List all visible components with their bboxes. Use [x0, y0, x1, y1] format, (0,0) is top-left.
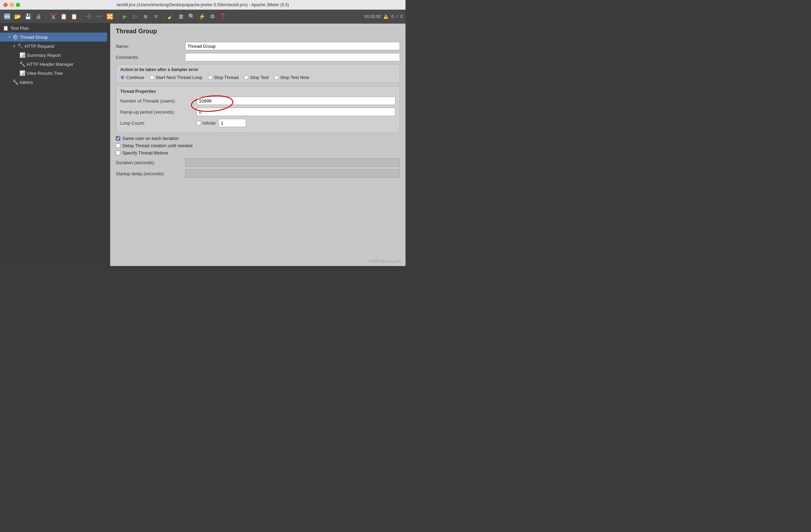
traffic-lights [3, 3, 20, 7]
infinite-checkbox[interactable] [197, 121, 201, 125]
warning-icon: ⚠️ [383, 14, 389, 19]
radio-start-next-label: Start Next Thread Loop [156, 75, 202, 80]
duration-input[interactable] [185, 158, 400, 167]
startup-delay-input[interactable] [185, 169, 400, 178]
radio-stop-test-now[interactable]: Stop Test Now [274, 75, 309, 80]
options-button[interactable]: ⚙ [208, 12, 217, 21]
run-button[interactable]: ▶ [120, 12, 129, 21]
view-results-icon: 📊 [19, 70, 25, 76]
radio-stop-test-input[interactable] [244, 75, 248, 80]
open-button[interactable]: 📂 [13, 12, 22, 21]
same-user-checkbox[interactable] [116, 136, 120, 141]
num-threads-row: Number of Threads (users): [120, 97, 395, 105]
infinite-label: Infinite [202, 121, 216, 126]
resize-handle[interactable]: ⋮ [107, 24, 110, 266]
page-title: Thread Group [116, 28, 400, 35]
radio-continue[interactable]: Continue [120, 75, 144, 80]
name-label: Name: [116, 44, 185, 49]
comments-label: Comments: [116, 55, 185, 60]
sidebar-item-tokens[interactable]: 🔧 tokens [0, 78, 107, 87]
http-header-icon: 🔧 [19, 61, 25, 67]
copy-button[interactable]: 📋 [59, 12, 68, 21]
clear-all-button[interactable]: 🗑 [177, 12, 186, 21]
toggle-button[interactable]: 🔀 [105, 12, 114, 21]
shutdown-button[interactable]: ✖ [151, 12, 160, 21]
same-user-checkbox-row[interactable]: Same user on each iteration [116, 136, 400, 141]
http-request-toggle: ▼ [12, 44, 16, 48]
summary-report-icon: 📊 [19, 52, 25, 58]
thread-group-icon: ⚙️ [12, 34, 18, 40]
specify-lifetime-label: Specify Thread lifetime [122, 150, 168, 156]
toolbar-right: 00:00:00 ⚠️ 0 / 0 [365, 14, 403, 19]
radio-stop-test-now-label: Stop Test Now [280, 75, 309, 80]
num-threads-label: Number of Threads (users): [120, 98, 197, 104]
duration-label: Duration (seconds): [116, 160, 185, 165]
new-button[interactable]: 🆕 [3, 12, 12, 21]
minimize-button[interactable] [10, 3, 14, 7]
loop-count-input[interactable] [218, 119, 246, 127]
close-button[interactable] [3, 3, 8, 7]
sidebar-item-thread-group[interactable]: ▼ ⚙️ Thread Group [0, 33, 107, 42]
sidebar-item-label-summary-report: Summary Report [27, 53, 61, 58]
delay-thread-label: Delay Thread creation until needed [122, 143, 192, 148]
test-plan-icon: 📋 [3, 25, 9, 31]
stop-button[interactable]: ⏹ [141, 12, 150, 21]
thread-properties-section: Thread Properties Number of Threads (use… [116, 86, 400, 133]
same-user-label: Same user on each iteration [122, 136, 179, 141]
radio-stop-test[interactable]: Stop Test [244, 75, 269, 80]
infinite-checkbox-label[interactable]: Infinite [197, 121, 216, 126]
sidebar-item-label-test-plan: Test Plan [10, 26, 29, 31]
sidebar-item-http-request[interactable]: ▼ 🔨 HTTP Request [0, 42, 107, 51]
sidebar-item-label-http-header: HTTP Header Manager [27, 62, 73, 67]
sidebar-item-view-results-tree[interactable]: 📊 View Results Tree [0, 69, 107, 78]
expand-button[interactable]: ➕ [85, 12, 94, 21]
paste-button[interactable]: 📋 [70, 12, 79, 21]
ramp-up-input[interactable] [197, 108, 395, 116]
help-button[interactable]: ❓ [218, 12, 227, 21]
radio-start-next[interactable]: Start Next Thread Loop [150, 75, 202, 80]
sidebar-item-summary-report[interactable]: 📊 Summary Report [0, 51, 107, 60]
sidebar-item-label-view-results: View Results Tree [27, 71, 63, 76]
save-all-button[interactable]: 🖨 [34, 12, 43, 21]
ramp-up-label: Ramp-up period (seconds): [120, 109, 197, 115]
separator-3 [117, 13, 117, 20]
clear-button[interactable]: 🧹 [166, 12, 175, 21]
titlebar: seckill.jmx (/Users/shentong/Desktop/apa… [0, 0, 406, 10]
num-threads-input[interactable] [197, 97, 395, 105]
save-button[interactable]: 💾 [24, 12, 33, 21]
content-header: Thread Group [110, 24, 406, 42]
sidebar-item-test-plan[interactable]: 📋 Test Plan [0, 24, 107, 33]
radio-stop-thread-label: Stop Thread [214, 75, 238, 80]
warnings-count: 0 [391, 14, 394, 19]
loop-count-label: Loop Count: [120, 121, 197, 126]
radio-stop-thread[interactable]: Stop Thread [208, 75, 238, 80]
sidebar-item-label-thread-group: Thread Group [20, 35, 48, 40]
watermark: CSDN @Erica_jmx [369, 259, 401, 263]
radio-stop-test-now-input[interactable] [274, 75, 279, 80]
radio-start-next-input[interactable] [150, 75, 154, 80]
search-button[interactable]: 🔍 [187, 12, 196, 21]
ramp-up-row: Ramp-up period (seconds): [120, 108, 395, 116]
delay-thread-checkbox-row[interactable]: Delay Thread creation until needed [116, 143, 400, 148]
window-title: seckill.jmx (/Users/shentong/Desktop/apa… [116, 2, 289, 7]
remote-start-button[interactable]: ⚡ [198, 12, 207, 21]
maximize-button[interactable] [16, 3, 20, 7]
collapse-button[interactable]: ➖ [95, 12, 104, 21]
main-layout: 📋 Test Plan ▼ ⚙️ Thread Group ▼ 🔨 HTTP R… [0, 24, 406, 266]
comments-input[interactable] [185, 53, 400, 61]
specify-lifetime-checkbox[interactable] [116, 151, 120, 155]
name-input[interactable] [185, 42, 400, 50]
sidebar: 📋 Test Plan ▼ ⚙️ Thread Group ▼ 🔨 HTTP R… [0, 24, 107, 266]
error-action-title: Action to be taken after a Sampler error [120, 67, 395, 72]
radio-stop-thread-input[interactable] [208, 75, 212, 80]
error-action-section: Action to be taken after a Sampler error… [116, 64, 400, 83]
startup-delay-label: Startup delay (seconds): [116, 171, 185, 176]
sidebar-item-http-header-manager[interactable]: 🔧 HTTP Header Manager [0, 60, 107, 69]
delay-thread-checkbox[interactable] [116, 143, 120, 148]
radio-continue-input[interactable] [120, 75, 125, 80]
cut-button[interactable]: ✂️ [49, 12, 58, 21]
http-request-icon: 🔨 [17, 43, 23, 49]
specify-lifetime-checkbox-row[interactable]: Specify Thread lifetime [116, 150, 400, 156]
sidebar-item-label-tokens: tokens [20, 80, 33, 85]
run-no-pause-button[interactable]: ▷ [131, 12, 140, 21]
